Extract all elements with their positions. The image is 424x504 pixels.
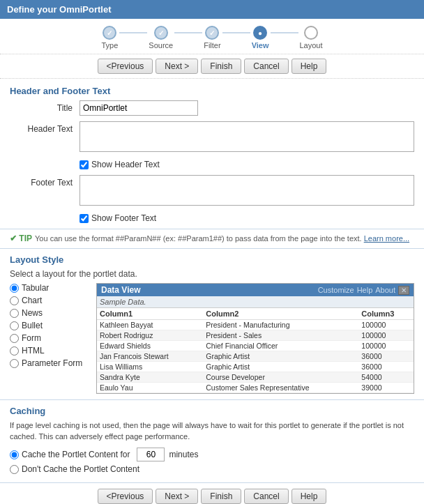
data-view-links: Customize Help About ✕ xyxy=(318,286,409,295)
footer-text-field xyxy=(80,175,414,208)
cell-col2: Graphic Artist xyxy=(203,362,358,372)
col1-header: Column1 xyxy=(97,308,203,320)
data-view-preview: Data View Customize Help About ✕ Sample … xyxy=(96,283,414,394)
radio-tabular-input[interactable] xyxy=(10,284,19,293)
header-text-row: Header Text xyxy=(10,121,414,154)
cell-col2: Course Developer xyxy=(203,372,358,383)
step-connector-3 xyxy=(222,32,250,33)
radio-parameter-form-input[interactable] xyxy=(10,359,19,368)
data-view-close-icon[interactable]: ✕ xyxy=(398,286,409,295)
data-view-customize-link[interactable]: Customize xyxy=(318,286,354,294)
radio-form-input[interactable] xyxy=(10,334,19,343)
cell-col2: President - Sales xyxy=(203,330,358,341)
tip-box: ✔ TIP You can use the format ##ParamN## … xyxy=(0,229,424,249)
data-view-help-link[interactable]: Help xyxy=(357,286,373,294)
cache-minutes-label: minutes xyxy=(169,450,198,459)
table-row: Eaulo YauCustomer Sales Representative39… xyxy=(97,383,414,393)
caching-title: Caching xyxy=(10,406,414,416)
wizard-step-view[interactable]: ● View xyxy=(252,26,269,49)
show-footer-checkbox[interactable] xyxy=(80,214,89,223)
cache-option1-radio[interactable] xyxy=(10,450,19,459)
radio-chart-input[interactable] xyxy=(10,296,19,305)
radio-bullet-input[interactable] xyxy=(10,321,19,330)
cell-col1: Robert Rodriguz xyxy=(97,330,203,341)
table-row: Edward ShieldsChief Financial Officer100… xyxy=(97,341,414,351)
show-header-checkbox[interactable] xyxy=(80,160,89,169)
next-button-top[interactable]: Next > xyxy=(156,59,198,74)
cell-col1: Jan Francois Stewart xyxy=(97,351,203,362)
tip-learn-more-link[interactable]: Learn more... xyxy=(364,234,409,243)
table-row: Lisa WilliamsGraphic Artist36000 xyxy=(97,362,414,372)
radio-form[interactable]: Form xyxy=(10,333,86,343)
top-toolbar: <Previous Next > Finish Cancel Help xyxy=(0,54,424,79)
step-label-view: View xyxy=(252,41,269,49)
cache-option2-row: Don't Cache the Portlet Content xyxy=(10,464,414,474)
step-circle-layout xyxy=(304,26,318,40)
cell-col3: 36000 xyxy=(358,351,414,362)
radio-news-input[interactable] xyxy=(10,309,19,318)
layout-description: Select a layout for the portlet data. xyxy=(10,269,414,279)
wizard-step-filter[interactable]: ✓ Filter xyxy=(204,26,220,49)
cell-col1: Eaulo Yau xyxy=(97,383,203,393)
step-label-type: Type xyxy=(101,41,118,49)
step-label-layout: Layout xyxy=(300,41,323,49)
cache-option1-row: Cache the Portlet Content for minutes xyxy=(10,448,414,461)
cell-col1: Sandra Kyte xyxy=(97,372,203,383)
cell-col1: Edward Shields xyxy=(97,341,203,351)
cache-option1-label: Cache the Portlet Content for xyxy=(22,450,130,459)
radio-tabular[interactable]: Tabular xyxy=(10,283,86,293)
wizard-steps: ✓ Type ✓ Source ✓ Filter ● View Layout xyxy=(0,19,424,54)
cell-col2: President - Manufacturing xyxy=(203,320,358,330)
layout-radio-list: Tabular Chart News Bullet Form HTML xyxy=(10,283,86,394)
footer-text-input[interactable] xyxy=(80,175,414,206)
step-circle-view: ● xyxy=(253,26,267,40)
step-connector-4 xyxy=(271,32,298,33)
step-circle-filter: ✓ xyxy=(205,26,219,40)
step-connector-2 xyxy=(174,32,202,33)
title-row: Title xyxy=(10,100,414,116)
help-button-top[interactable]: Help xyxy=(292,59,327,74)
col3-header: Column3 xyxy=(358,308,414,320)
table-header-row: Column1 Column2 Column3 xyxy=(97,308,414,320)
step-label-filter: Filter xyxy=(204,41,220,49)
radio-html-input[interactable] xyxy=(10,346,19,356)
previous-button-top[interactable]: <Previous xyxy=(98,59,153,74)
cell-col1: Kathleen Bayyat xyxy=(97,320,203,330)
wizard-step-source[interactable]: ✓ Source xyxy=(149,26,173,49)
show-footer-label: Show Footer Text xyxy=(91,213,156,223)
cancel-button-bottom[interactable]: Cancel xyxy=(244,489,288,504)
cell-col1: Lisa Williams xyxy=(97,362,203,372)
finish-button-bottom[interactable]: Finish xyxy=(201,489,241,504)
help-button-bottom[interactable]: Help xyxy=(292,489,327,504)
wizard-step-layout[interactable]: Layout xyxy=(300,26,323,49)
step-circle-source: ✓ xyxy=(154,26,168,40)
data-view-about-link[interactable]: About xyxy=(375,286,395,294)
wizard-step-type[interactable]: ✓ Type xyxy=(101,26,118,49)
table-row: Sandra KyteCourse Developer54000 xyxy=(97,372,414,383)
radio-html[interactable]: HTML xyxy=(10,346,86,356)
footer-text-label: Footer Text xyxy=(10,175,80,188)
radio-news[interactable]: News xyxy=(10,308,86,318)
tip-text: You can use the format ##ParamN## (ex: #… xyxy=(35,234,409,244)
finish-button-top[interactable]: Finish xyxy=(201,59,241,74)
radio-bullet[interactable]: Bullet xyxy=(10,321,86,330)
data-view-body: Kathleen BayyatPresident - Manufacturing… xyxy=(97,320,414,393)
cell-col3: 54000 xyxy=(358,372,414,383)
next-button-bottom[interactable]: Next > xyxy=(156,489,198,504)
cache-minutes-input[interactable] xyxy=(137,448,165,461)
header-text-input[interactable] xyxy=(80,121,414,152)
header-footer-section: Header and Footer Text Title Header Text… xyxy=(0,79,424,229)
layout-content: Tabular Chart News Bullet Form HTML xyxy=(10,283,414,394)
footer-text-row: Footer Text xyxy=(10,175,414,208)
title-input[interactable] xyxy=(80,100,198,116)
previous-button-bottom[interactable]: <Previous xyxy=(98,489,153,504)
radio-parameter-form[interactable]: Parameter Form xyxy=(10,358,86,368)
show-footer-row: Show Footer Text xyxy=(80,213,414,223)
title-label: Title xyxy=(10,100,80,113)
radio-chart[interactable]: Chart xyxy=(10,296,86,305)
show-header-row: Show Header Text xyxy=(80,160,414,169)
caching-section: Caching If page level caching is not use… xyxy=(0,400,424,483)
cell-col3: 100000 xyxy=(358,330,414,341)
cache-option2-radio[interactable] xyxy=(10,465,19,474)
cancel-button-top[interactable]: Cancel xyxy=(244,59,288,74)
